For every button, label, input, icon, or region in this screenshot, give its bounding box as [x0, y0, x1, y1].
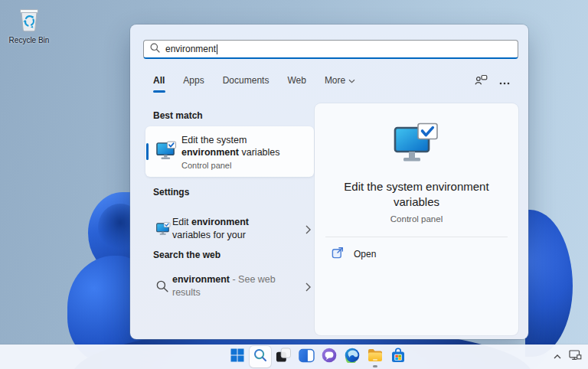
selection-accent-bar: [146, 143, 149, 160]
search-the-web-header: Search the web: [153, 250, 220, 260]
web-search-result[interactable]: environment - See web results: [145, 271, 314, 305]
chat-button[interactable]: [318, 346, 340, 367]
search-filter-tabs: All Apps Documents Web More: [153, 75, 355, 93]
best-match-title-line1: Edit the system: [181, 135, 280, 147]
windows-start-icon: [230, 348, 244, 365]
taskbar: [0, 345, 588, 369]
more-options-icon[interactable]: [499, 74, 510, 88]
search-button[interactable]: [250, 346, 271, 367]
web-result-line2: results: [172, 286, 276, 299]
chevron-right-icon: [305, 281, 311, 295]
system-properties-icon: [156, 222, 171, 239]
chevron-right-icon: [305, 224, 311, 237]
best-match-title-line2: environment variables: [181, 147, 280, 159]
text-caret: [217, 44, 217, 54]
result-preview-pane: Edit the system environment variables Co…: [315, 103, 518, 335]
open-label: Open: [354, 249, 376, 260]
network-icon[interactable]: [569, 349, 582, 364]
open-action[interactable]: Open: [332, 247, 518, 262]
running-app-indicator: [373, 365, 377, 367]
wallpaper-bloom-petal: [525, 210, 573, 357]
chevron-down-icon: [348, 75, 355, 86]
file-explorer-icon: [368, 348, 383, 365]
widgets-button[interactable]: [296, 346, 317, 367]
open-external-icon: [332, 247, 344, 262]
search-icon: [156, 280, 168, 296]
settings-result-line2: variables for your: [172, 229, 249, 242]
preview-subtitle: Control panel: [315, 214, 518, 224]
tab-all[interactable]: All: [153, 75, 165, 93]
edge-button[interactable]: [341, 346, 363, 367]
edge-browser-icon: [345, 348, 360, 366]
best-match-result[interactable]: Edit the system environment variables Co…: [145, 126, 314, 177]
hidden-icons-chevron[interactable]: [553, 350, 562, 364]
recycle-bin-icon: [17, 6, 41, 35]
start-button[interactable]: [227, 346, 248, 367]
preview-title: Edit the system environment variables: [325, 179, 508, 210]
microsoft-store-icon: [390, 348, 406, 366]
task-view-button[interactable]: [273, 346, 294, 367]
best-match-subtitle: Control panel: [181, 160, 280, 172]
system-properties-icon: [156, 141, 177, 164]
settings-result[interactable]: Edit environment variables for your: [145, 214, 314, 247]
account-filter-icon[interactable]: [475, 74, 488, 89]
settings-result-line1: Edit environment: [172, 216, 249, 229]
settings-header: Settings: [153, 187, 189, 198]
task-view-icon: [276, 348, 291, 366]
recycle-bin-label: Recycle Bin: [6, 36, 52, 44]
divider: [325, 237, 508, 237]
search-query-text: environment: [165, 44, 216, 54]
search-icon: [150, 42, 160, 56]
widgets-icon: [299, 348, 315, 366]
search-flyout: environment All Apps Documents Web More …: [130, 24, 528, 339]
store-button[interactable]: [387, 346, 409, 367]
web-result-line1: environment - See web: [172, 273, 276, 286]
tab-documents[interactable]: Documents: [223, 75, 270, 93]
search-icon: [253, 348, 267, 365]
tab-apps[interactable]: Apps: [183, 75, 204, 93]
chat-icon: [322, 348, 337, 366]
system-properties-icon-large: [315, 122, 518, 170]
best-match-header: Best match: [153, 110, 203, 121]
file-explorer-button[interactable]: [364, 346, 386, 367]
tab-web[interactable]: Web: [287, 75, 305, 93]
recycle-bin-shortcut[interactable]: Recycle Bin: [6, 6, 52, 44]
search-input[interactable]: environment: [143, 40, 518, 59]
tab-more[interactable]: More: [325, 75, 355, 93]
